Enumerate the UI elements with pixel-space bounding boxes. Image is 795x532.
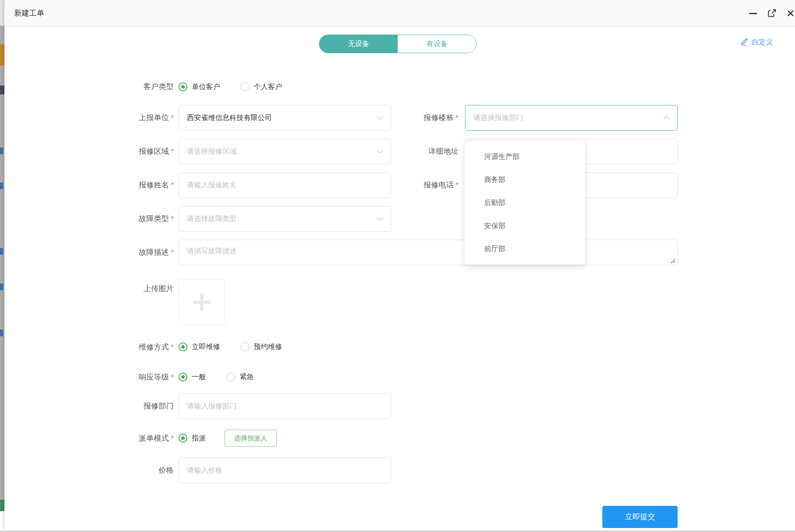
dropdown-option[interactable]: 河源生产部 xyxy=(465,145,585,168)
radio-immediate-repair-label[interactable]: 立即维修 xyxy=(192,342,220,352)
repair-building-dropdown: 河源生产部 商务部 后勤部 安保部 前厅部 xyxy=(464,141,586,265)
dispatch-mode-radios: 指派 xyxy=(178,432,222,444)
repair-name-label: 报修姓名* xyxy=(49,180,174,190)
repair-building-input[interactable] xyxy=(465,105,678,131)
radio-assign[interactable] xyxy=(178,434,187,443)
dropdown-option[interactable]: 前厅部 xyxy=(465,237,585,260)
close-icon[interactable]: × xyxy=(784,5,795,21)
tab-no-device[interactable]: 无设备 xyxy=(319,35,398,53)
radio-urgent-label[interactable]: 紧急 xyxy=(240,373,254,382)
repair-area-input[interactable] xyxy=(178,139,391,164)
repair-name-field[interactable] xyxy=(178,172,391,198)
response-level-label: 响应等级* xyxy=(49,372,174,383)
customize-label: 自定义 xyxy=(752,38,773,47)
radio-unit-customer-label[interactable]: 单位客户 xyxy=(192,82,220,92)
repair-dept-input[interactable] xyxy=(178,393,391,419)
repair-name-input[interactable] xyxy=(178,172,391,198)
device-tabs: 无设备 有设备 xyxy=(319,35,477,53)
background-fragment xyxy=(0,283,3,290)
page-title: 新建工单 xyxy=(14,0,44,27)
radio-normal[interactable] xyxy=(178,373,187,381)
tab-has-device[interactable]: 有设备 xyxy=(398,35,476,53)
background-fragment xyxy=(0,183,3,189)
price-input[interactable] xyxy=(178,458,391,483)
report-unit-select[interactable] xyxy=(178,105,391,131)
repair-area-select[interactable] xyxy=(178,139,391,164)
report-unit-label: 上报单位* xyxy=(49,113,174,123)
radio-normal-label[interactable]: 一般 xyxy=(192,373,206,382)
choose-assignee-button[interactable]: 选择指派人 xyxy=(225,430,277,447)
edit-pencil-icon xyxy=(741,37,749,47)
price-label: 价格 xyxy=(49,465,174,476)
report-unit-value[interactable] xyxy=(178,105,391,131)
repair-building-select[interactable] xyxy=(465,105,678,131)
dropdown-option[interactable]: 后勤部 xyxy=(465,191,585,214)
minimize-icon[interactable] xyxy=(749,13,757,14)
repair-phone-label: 报修电话* xyxy=(394,180,458,190)
bottom-divider xyxy=(0,530,795,532)
price-field[interactable] xyxy=(178,458,391,483)
radio-urgent[interactable] xyxy=(226,373,235,381)
background-fragment xyxy=(0,500,4,511)
fault-type-input[interactable] xyxy=(178,206,391,232)
repair-dept-field[interactable] xyxy=(178,393,391,419)
new-workorder-modal: 新建工单 × 无设备 有设备 xyxy=(4,0,795,530)
repair-building-label: 报修楼栋* xyxy=(394,113,458,123)
customer-type-label: 客户类型 xyxy=(49,82,174,92)
repair-mode-radios: 立即维修 预约维修 xyxy=(178,341,298,353)
maximize-icon[interactable] xyxy=(767,8,777,18)
radio-unit-customer[interactable] xyxy=(178,82,187,91)
fault-type-label: 故障类型* xyxy=(49,214,174,224)
radio-personal-customer[interactable] xyxy=(240,82,249,91)
dropdown-option[interactable]: 安保部 xyxy=(465,214,585,237)
dropdown-option[interactable]: 商务部 xyxy=(465,168,585,191)
radio-assign-label[interactable]: 指派 xyxy=(192,434,206,443)
plus-icon xyxy=(200,294,203,311)
fault-type-select[interactable] xyxy=(178,206,391,232)
background-fragment xyxy=(0,44,4,66)
upload-image-box[interactable] xyxy=(178,279,225,325)
background-app-sliver xyxy=(0,0,4,532)
background-fragment xyxy=(0,511,4,532)
radio-appointment-repair[interactable] xyxy=(240,342,249,351)
screen: 新建工单 × 无设备 有设备 xyxy=(0,0,795,532)
background-fragment xyxy=(0,330,3,336)
detail-address-label: 详细地址 xyxy=(394,146,458,157)
customer-type-radios: 单位客户 个人客户 xyxy=(178,81,298,93)
background-fragment xyxy=(0,85,4,94)
dispatch-mode-label: 派单模式* xyxy=(49,433,174,444)
customize-link[interactable]: 自定义 xyxy=(741,37,773,47)
modal-titlebar: 新建工单 × xyxy=(4,0,795,27)
response-level-radios: 一般 紧急 xyxy=(178,371,270,383)
background-fragment xyxy=(0,148,3,154)
fault-desc-textarea[interactable] xyxy=(178,240,678,265)
resize-handle-icon[interactable] xyxy=(670,257,675,263)
fault-desc-label: 故障描述* xyxy=(49,247,174,258)
repair-dept-label: 报修部门 xyxy=(49,401,174,412)
radio-immediate-repair[interactable] xyxy=(178,342,187,351)
submit-button[interactable]: 立即提交 xyxy=(602,506,678,528)
fault-desc-field[interactable] xyxy=(178,240,678,265)
radio-appointment-repair-label[interactable]: 预约维修 xyxy=(254,342,282,352)
repair-area-label: 报修区域* xyxy=(49,146,174,157)
background-fragment xyxy=(0,0,4,26)
repair-mode-label: 维修方式* xyxy=(49,342,174,353)
upload-image-label: 上传图片 xyxy=(49,283,174,294)
radio-personal-customer-label[interactable]: 个人客户 xyxy=(254,82,282,92)
background-fragment xyxy=(0,248,3,255)
